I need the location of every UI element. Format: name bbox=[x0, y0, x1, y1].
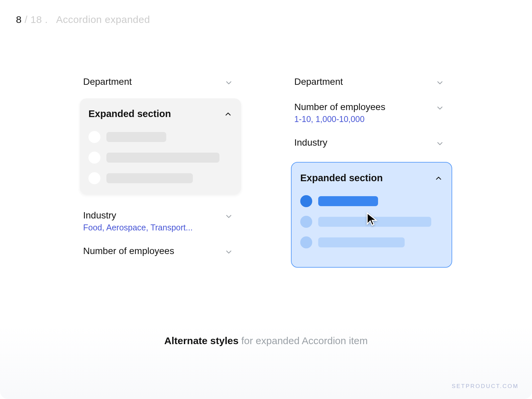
accordion-item-subtitle: Food, Aerospace, Transport... bbox=[83, 223, 193, 232]
option-row[interactable] bbox=[300, 236, 443, 248]
radio-icon bbox=[300, 216, 312, 228]
page-current: 8 bbox=[16, 14, 22, 25]
option-row[interactable] bbox=[88, 152, 232, 164]
placeholder-bar bbox=[318, 217, 431, 227]
accordion-expanded-section[interactable]: Expanded section bbox=[80, 98, 241, 194]
accordion-style-b: Department Number of employees 1-10, 1,0… bbox=[291, 70, 452, 268]
chevron-down-icon bbox=[224, 248, 233, 258]
watermark: SETPRODUCT.COM bbox=[452, 383, 519, 390]
accordion-item-industry[interactable]: Industry bbox=[291, 131, 452, 156]
expanded-title: Expanded section bbox=[88, 108, 171, 119]
placeholder-bar bbox=[106, 153, 219, 163]
page-header: 8 / 18 . Accordion expanded bbox=[16, 14, 150, 25]
expanded-title: Expanded section bbox=[300, 173, 383, 184]
accordion-item-label: Department bbox=[83, 76, 132, 87]
chevron-up-icon bbox=[434, 174, 443, 184]
accordion-item-employees[interactable]: Number of employees 1-10, 1,000-10,000 bbox=[291, 95, 452, 131]
page-title: Accordion expanded bbox=[56, 14, 150, 25]
option-row[interactable] bbox=[88, 131, 232, 143]
expanded-header[interactable]: Expanded section bbox=[300, 172, 443, 184]
accordion-item-label: Number of employees bbox=[294, 102, 385, 112]
chevron-down-icon bbox=[436, 139, 444, 149]
accordion-item-label: Industry bbox=[83, 210, 193, 221]
accordion-item-subtitle: 1-10, 1,000-10,000 bbox=[294, 114, 385, 124]
accordion-item-label: Number of employees bbox=[83, 246, 174, 256]
page-total: 18 bbox=[31, 14, 42, 25]
accordion-item-label: Department bbox=[294, 76, 343, 87]
page-sep: / bbox=[25, 14, 31, 25]
radio-icon bbox=[88, 152, 100, 164]
caption-bold: Alternate styles bbox=[164, 335, 238, 346]
caption: Alternate styles for expanded Accordion … bbox=[0, 335, 532, 346]
caption-rest: for expanded Accordion item bbox=[238, 335, 368, 346]
accordion-item-label: Industry bbox=[294, 137, 328, 148]
radio-icon bbox=[300, 236, 312, 248]
chevron-down-icon bbox=[224, 212, 233, 222]
option-row[interactable] bbox=[88, 172, 232, 184]
page-dot: . bbox=[45, 14, 54, 25]
expanded-header[interactable]: Expanded section bbox=[88, 108, 232, 120]
chevron-up-icon bbox=[224, 110, 232, 120]
chevron-down-icon bbox=[436, 104, 444, 114]
accordion-expanded-section[interactable]: Expanded section bbox=[291, 162, 452, 268]
radio-icon bbox=[300, 195, 312, 207]
option-row-active[interactable] bbox=[300, 195, 443, 207]
accordion-item-employees[interactable]: Number of employees bbox=[80, 239, 241, 264]
placeholder-bar bbox=[106, 132, 166, 142]
accordion-item-industry[interactable]: Industry Food, Aerospace, Transport... bbox=[80, 203, 241, 239]
accordion-item-department[interactable]: Department bbox=[80, 70, 241, 95]
chevron-down-icon bbox=[436, 78, 444, 88]
placeholder-bar bbox=[318, 196, 378, 206]
chevron-down-icon bbox=[224, 78, 233, 88]
placeholder-bar bbox=[106, 173, 193, 183]
accordion-style-a: Department Expanded section bbox=[80, 70, 241, 268]
radio-icon bbox=[88, 172, 100, 184]
accordion-item-department[interactable]: Department bbox=[291, 70, 452, 95]
option-row[interactable] bbox=[300, 216, 443, 228]
placeholder-bar bbox=[318, 237, 405, 247]
columns: Department Expanded section bbox=[0, 70, 532, 268]
radio-icon bbox=[88, 131, 100, 143]
